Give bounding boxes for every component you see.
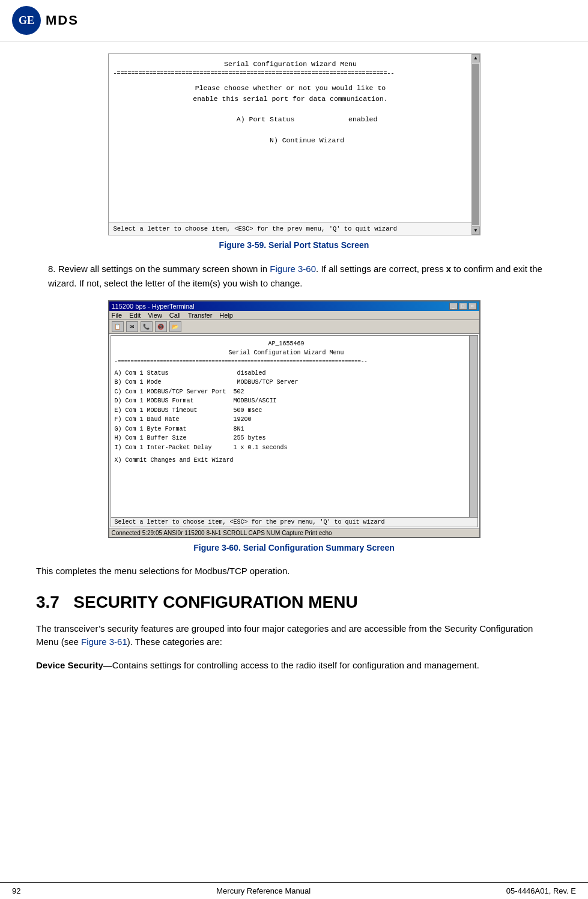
- scroll-down-59[interactable]: ▼: [471, 226, 480, 235]
- menu-call[interactable]: Call: [169, 312, 181, 319]
- terminal-content-59: Serial Configuration Wizard Menu -======…: [109, 54, 480, 222]
- hyper-title: 115200 bps - HyperTerminal: [112, 303, 195, 310]
- section-37-body-post: ). These categories are:: [127, 637, 222, 647]
- section-37-body: The transceiver’s security features are …: [36, 622, 552, 649]
- toolbar-btn-5[interactable]: 📂: [169, 321, 181, 332]
- menu-file[interactable]: File: [112, 312, 123, 319]
- terminal-title-59: Serial Configuration Wizard Menu: [114, 59, 468, 69]
- wizard-divider-60: -=======================================…: [115, 358, 458, 366]
- terminal-box-59: Serial Configuration Wizard Menu -======…: [108, 53, 480, 235]
- hyper-terminal-window: 115200 bps - HyperTerminal _ □ × File Ed…: [108, 300, 480, 538]
- terminal-divider-59: -=======================================…: [114, 69, 468, 78]
- scroll-up-59[interactable]: ▲: [471, 54, 480, 62]
- scrollbar-59[interactable]: ▲ ▼: [471, 54, 480, 235]
- hyper-terminal-content: AP_1655469 Serial Configuration Wizard M…: [111, 336, 477, 517]
- commit-line: X) Commit Changes and Exit Wizard: [115, 456, 458, 465]
- ge-logo-text: GE: [19, 14, 34, 27]
- terminal-body-59: Please choose whether or not you would l…: [114, 83, 468, 145]
- footer-right: 05-4446A01, Rev. E: [506, 886, 576, 895]
- setting-h: H) Com 1 Buffer Size 255 bytes: [115, 434, 458, 443]
- em-dash: —: [103, 660, 112, 670]
- setting-e: E) Com 1 MODBUS Timeout 500 msec: [115, 406, 458, 416]
- device-security-def: Device Security—Contains settings for co…: [36, 659, 552, 673]
- complete-paragraph: This completes the menu selections for M…: [36, 565, 552, 578]
- setting-f: F) Com 1 Baud Rate 19200: [115, 415, 458, 425]
- scrollbar-60[interactable]: [469, 336, 477, 517]
- figure-59-wrapper: Serial Configuration Wizard Menu -======…: [108, 53, 480, 235]
- figure-60-link[interactable]: Figure 3-60: [270, 264, 316, 274]
- toolbar-btn-3[interactable]: 📞: [141, 321, 153, 332]
- section-37-heading: 3.7 SECURITY CONFIGURATION MENU: [36, 592, 552, 613]
- toolbar-btn-1[interactable]: 📋: [112, 321, 124, 332]
- step-8-post: . If all settings are correct, press: [316, 264, 446, 274]
- menu-transfer[interactable]: Transfer: [188, 312, 213, 319]
- hyper-menubar: File Edit View Call Transfer Help: [109, 311, 479, 320]
- setting-g: G) Com 1 Byte Format 8N1: [115, 425, 458, 434]
- close-btn[interactable]: ×: [468, 303, 477, 310]
- page-number: 92: [12, 886, 20, 895]
- device-security-text: Contains settings for controlling access…: [112, 660, 479, 670]
- page-footer: 92 Mercury Reference Manual 05-4446A01, …: [0, 882, 588, 899]
- footer-center: Mercury Reference Manual: [216, 886, 311, 895]
- brand-name: MDS: [46, 13, 79, 28]
- caption-60: Figure 3-60. Serial Configuration Summar…: [36, 543, 552, 552]
- section-37-number: 3.7: [36, 593, 59, 611]
- hyper-toolbar: 📋 ✉ 📞 📵 📂: [109, 320, 479, 334]
- main-content: Serial Configuration Wizard Menu -======…: [0, 41, 588, 706]
- hyper-terminal-footer: Select a letter to choose item, <ESC> fo…: [111, 517, 477, 527]
- device-security-label: Device Security: [36, 660, 103, 670]
- minimize-btn[interactable]: _: [449, 303, 458, 310]
- scroll-thumb-59: [472, 64, 479, 225]
- setting-i: I) Com 1 Inter-Packet Delay 1 x 0.1 seco…: [115, 443, 458, 453]
- hyper-titlebar: 115200 bps - HyperTerminal _ □ ×: [109, 301, 479, 311]
- hyper-inner: AP_1655469 Serial Configuration Wizard M…: [111, 335, 478, 527]
- terminal-footer-59: Select a letter to choose item, <ESC> fo…: [109, 222, 480, 235]
- ap-id: AP_1655469: [115, 339, 458, 349]
- step-8-pre: 8. Review all settings on the summary sc…: [48, 264, 270, 274]
- step-8-text: 8. Review all settings on the summary sc…: [48, 262, 552, 291]
- menu-view[interactable]: View: [148, 312, 162, 319]
- setting-a: A) Com 1 Status disabled: [115, 369, 458, 378]
- wizard-title-60: Serial Configuration Wizard Menu: [115, 348, 458, 358]
- hyper-window-controls: _ □ ×: [449, 303, 477, 310]
- setting-d: D) Com 1 MODBUS Format MODBUS/ASCII: [115, 396, 458, 406]
- figure-61-link[interactable]: Figure 3-61: [81, 637, 127, 647]
- setting-c: C) Com 1 MODBUS/TCP Server Port 502: [115, 387, 458, 397]
- setting-b: B) Com 1 Mode MODBUS/TCP Server: [115, 378, 458, 387]
- menu-edit[interactable]: Edit: [129, 312, 141, 319]
- figure-60-wrapper: 115200 bps - HyperTerminal _ □ × File Ed…: [108, 300, 480, 538]
- toolbar-btn-4[interactable]: 📵: [155, 321, 167, 332]
- caption-59: Figure 3-59. Serial Port Status Screen: [36, 240, 552, 250]
- hyper-status-bar: Connected 5:29:05 ANSI0r 115200 8-N-1 SC…: [109, 528, 479, 537]
- ge-logo: GE: [12, 6, 41, 35]
- menu-help[interactable]: Help: [219, 312, 233, 319]
- section-37-title: SECURITY CONFIGURATION MENU: [73, 593, 357, 611]
- maximize-btn[interactable]: □: [459, 303, 467, 310]
- toolbar-btn-2[interactable]: ✉: [126, 321, 138, 332]
- key-x: x: [446, 264, 451, 274]
- page-header: GE MDS: [0, 0, 588, 41]
